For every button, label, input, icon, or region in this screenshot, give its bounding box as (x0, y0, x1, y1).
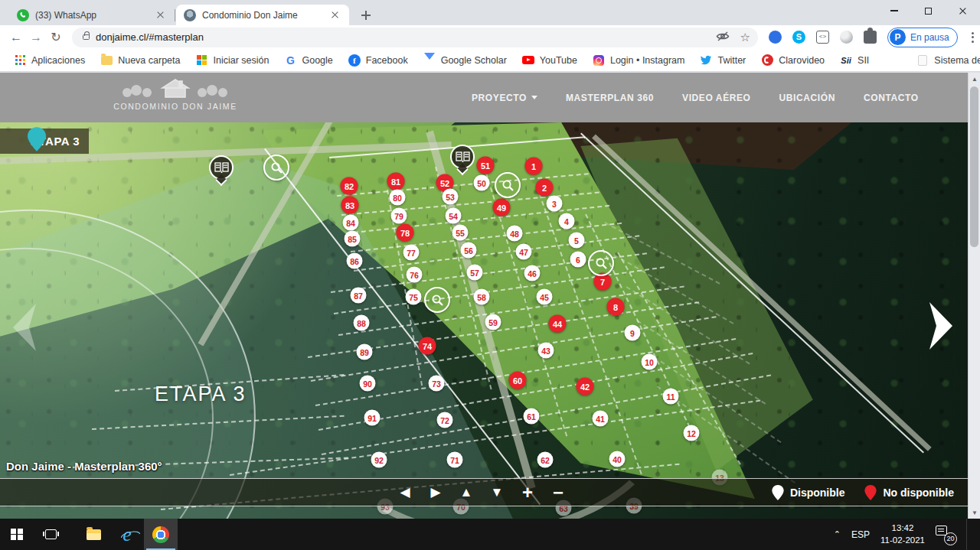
bookmark-youtube[interactable]: YouTube (516, 52, 583, 69)
lot-marker-89[interactable]: 89 (357, 344, 373, 360)
lot-marker-56[interactable]: 56 (461, 242, 477, 259)
lot-marker-45[interactable]: 45 (537, 289, 553, 305)
nav-video-aereo[interactable]: VIDEO AÉREO (682, 93, 751, 103)
lot-marker-12[interactable]: 12 (684, 425, 700, 441)
lot-marker-54[interactable]: 54 (446, 208, 462, 224)
lot-marker-73[interactable]: 73 (429, 376, 445, 392)
lot-marker-42[interactable]: 42 (577, 378, 594, 395)
chrome-taskbar-button[interactable] (144, 519, 178, 550)
extensions-puzzle-icon[interactable] (864, 31, 877, 44)
lot-marker-47[interactable]: 47 (516, 244, 532, 260)
pano-icon[interactable] (209, 155, 234, 180)
scroll-down-icon[interactable]: ▼ (969, 506, 980, 519)
lot-marker-1[interactable]: 1 (525, 158, 543, 175)
pan-up-button[interactable]: ▲ (459, 486, 473, 499)
lot-marker-72[interactable]: 72 (437, 412, 453, 428)
tray-chevron-icon[interactable]: ⌃ (834, 529, 841, 539)
zoom-icon[interactable] (495, 172, 521, 198)
bookmark-twitter[interactable]: Twitter (694, 52, 752, 69)
sphere-extension-icon[interactable] (840, 31, 853, 44)
lot-marker-48[interactable]: 48 (507, 226, 523, 242)
tab-condominio[interactable]: Condominio Don Jaime (176, 5, 349, 25)
lot-marker-92[interactable]: 92 (371, 452, 387, 468)
task-view-button[interactable] (34, 519, 67, 550)
lot-marker-58[interactable]: 58 (474, 289, 490, 305)
lot-marker-59[interactable]: 59 (485, 314, 501, 330)
lot-marker-5[interactable]: 5 (569, 233, 585, 249)
lot-marker-85[interactable]: 85 (345, 231, 361, 247)
url-text[interactable]: donjaime.cl/#masterplan (96, 31, 716, 43)
lot-marker-81[interactable]: 81 (387, 173, 405, 190)
lot-marker-62[interactable]: 62 (537, 452, 554, 468)
pano-icon[interactable] (450, 145, 475, 169)
zoom-out-button[interactable]: − (551, 483, 565, 502)
lot-marker-6[interactable]: 6 (570, 252, 586, 268)
notification-center-button[interactable]: 20 (936, 525, 956, 545)
tab-close-icon[interactable] (329, 9, 341, 21)
lot-marker-80[interactable]: 80 (390, 190, 406, 206)
tab-whatsapp[interactable]: (33) WhatsApp (9, 5, 175, 25)
lot-marker-79[interactable]: 79 (391, 208, 407, 224)
script-extension-icon[interactable]: <> (816, 31, 829, 44)
lot-marker-11[interactable]: 11 (663, 389, 679, 405)
show-desktop-button[interactable] (966, 519, 969, 550)
lot-marker-60[interactable]: 60 (509, 372, 527, 389)
pan-down-button[interactable]: ▼ (490, 486, 504, 499)
minimize-button[interactable] (877, 0, 911, 21)
lot-marker-49[interactable]: 49 (493, 199, 511, 216)
bookmark-apps[interactable]: Aplicaciones (8, 52, 91, 69)
close-button[interactable] (946, 0, 980, 21)
browser-menu-button[interactable] (967, 30, 979, 44)
start-button[interactable] (0, 519, 34, 550)
bookmark-sii[interactable]: Sii SII (834, 52, 875, 69)
scroll-up-icon[interactable]: ▲ (969, 73, 980, 85)
lot-marker-46[interactable]: 46 (524, 265, 541, 282)
lot-marker-40[interactable]: 40 (609, 451, 626, 467)
bookmark-facebook[interactable]: f Facebook (342, 52, 414, 69)
nav-masterplan-360[interactable]: MASTERPLAN 360 (566, 93, 654, 103)
lot-marker-61[interactable]: 61 (524, 408, 540, 425)
lot-marker-86[interactable]: 86 (347, 253, 363, 269)
back-button[interactable]: ← (6, 31, 26, 44)
lot-marker-83[interactable]: 83 (341, 197, 359, 214)
bookmark-instagram[interactable]: Login • Instagram (586, 52, 691, 69)
nav-ubicacion[interactable]: UBICACIÓN (779, 93, 835, 103)
site-logo[interactable]: CONDOMINIO DON JAIME (109, 77, 241, 111)
lot-marker-82[interactable]: 82 (341, 177, 358, 195)
bookmark-clarovideo[interactable]: Clarovideo (755, 52, 831, 69)
file-explorer-button[interactable] (77, 519, 110, 550)
lot-marker-8[interactable]: 8 (607, 298, 625, 316)
lot-marker-84[interactable]: 84 (343, 215, 359, 231)
bookmark-iniciar-sesion[interactable]: Iniciar sesión (190, 52, 276, 69)
lot-marker-4[interactable]: 4 (559, 213, 575, 229)
nav-proyecto[interactable]: PROYECTO (472, 93, 537, 103)
maximize-button[interactable] (911, 0, 946, 21)
lot-marker-77[interactable]: 77 (403, 245, 420, 261)
lot-marker-75[interactable]: 75 (406, 289, 422, 305)
zoom-icon[interactable] (263, 155, 289, 181)
lot-marker-51[interactable]: 51 (477, 157, 495, 174)
lot-marker-3[interactable]: 3 (547, 196, 563, 212)
lot-marker-76[interactable]: 76 (407, 267, 423, 283)
clock[interactable]: 13:42 11-02-2021 (880, 522, 925, 546)
reload-button[interactable]: ↻ (46, 30, 66, 44)
lot-marker-2[interactable]: 2 (536, 179, 554, 197)
lot-marker-50[interactable]: 50 (474, 175, 490, 191)
scrollbar-thumb[interactable] (970, 86, 978, 247)
lot-marker-87[interactable]: 87 (351, 288, 367, 304)
lot-marker-57[interactable]: 57 (467, 265, 483, 281)
lot-marker-71[interactable]: 71 (447, 452, 463, 468)
bookmark-star-icon[interactable]: ☆ (740, 31, 750, 43)
page-scrollbar[interactable]: ▲ ▼ (968, 73, 980, 519)
lot-marker-9[interactable]: 9 (625, 325, 641, 341)
new-tab-button[interactable] (357, 6, 375, 24)
bookmark-google[interactable]: G Google (278, 52, 338, 69)
internet-explorer-button[interactable]: e (110, 519, 144, 550)
lot-marker-41[interactable]: 41 (593, 411, 609, 427)
lot-marker-88[interactable]: 88 (354, 315, 370, 331)
lot-marker-74[interactable]: 74 (419, 337, 436, 355)
forward-button[interactable]: → (26, 31, 46, 44)
bookmark-sistema[interactable]: Sistema de Consult... (910, 52, 980, 69)
profile-chip[interactable]: P En pausa (887, 28, 958, 47)
tab-close-icon[interactable] (155, 9, 167, 21)
